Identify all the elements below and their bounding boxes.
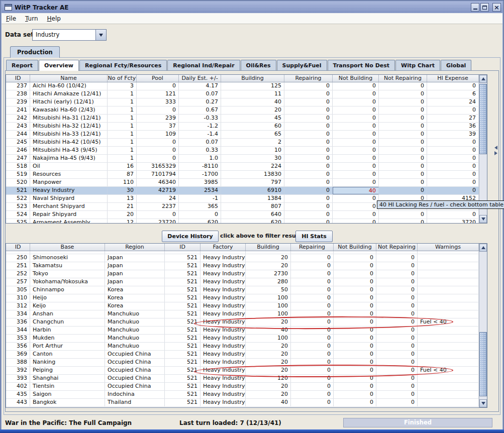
table-row[interactable]: 239Hitachi (early) (12/41)13330.27400002… [6, 98, 479, 106]
column-header[interactable]: Building [221, 75, 284, 82]
table-row[interactable]: 402TientsinOccupied China521Heavy Indust… [6, 383, 479, 391]
cell: 0 [291, 359, 334, 366]
column-header[interactable]: Name [30, 75, 108, 82]
column-header[interactable]: Not Building [333, 75, 379, 82]
scroll-thumb[interactable] [479, 84, 487, 154]
cell: Merchant Shipyard [30, 203, 108, 210]
table-row[interactable]: 251TakamatsuJapan521Heavy Industry20000 [6, 262, 479, 270]
scroll-thumb[interactable] [479, 332, 487, 396]
table-row[interactable]: 312KeijoKorea521Heavy Industry100000 [6, 302, 479, 310]
table-row[interactable]: 388NankingOccupied China521Heavy Industr… [6, 359, 479, 367]
tab-witp-chart[interactable]: Witp Chart [395, 60, 440, 70]
table-row[interactable]: 353MukdenManchukuo521Heavy Industry10000… [6, 335, 479, 343]
dataset-combobox[interactable]: Industry [32, 29, 107, 41]
table-row[interactable]: 336ChangchunManchukuo521Heavy Industry20… [6, 318, 479, 327]
tab-oil-res[interactable]: Oil&Res [241, 60, 276, 70]
menu-turn[interactable]: Turn [21, 14, 42, 23]
tab-production[interactable]: Production [10, 46, 60, 58]
table-row[interactable]: 252TokyoJapan521Heavy Industry2730000 [6, 270, 479, 278]
table-row[interactable]: 435SaigonIndochina521Heavy Industry20000 [6, 391, 479, 399]
table-row[interactable]: 392PeipingOccupied China521Heavy Industr… [6, 367, 479, 375]
column-header[interactable]: Not Repairing [376, 244, 418, 251]
dataset-dropdown-button[interactable] [95, 30, 106, 40]
maximize-button[interactable] [480, 3, 489, 12]
menu-help[interactable]: Help [43, 14, 65, 23]
table-row[interactable]: 521Heavy Industry30427192534691004000 [6, 187, 479, 195]
close-button[interactable]: × [492, 3, 501, 12]
column-header[interactable]: ID [6, 75, 30, 82]
table-row[interactable]: 257Yokohama/YokosukaJapan521Heavy Indust… [6, 278, 479, 286]
table-row[interactable]: 247Nakajima Ha-45 (9/43)101.0300000 [6, 155, 479, 163]
table-row[interactable]: 393ShanghaiOccupied China521Heavy Indust… [6, 375, 479, 383]
column-header[interactable]: Daily Est. +/- [179, 75, 221, 82]
table-row[interactable]: 525Armament Assembly12237206206200003720 [6, 219, 479, 223]
hi-stats-button[interactable]: HI Stats [295, 231, 333, 242]
table-row[interactable]: 519Resources877101794-1700138300000 [6, 171, 479, 179]
column-header[interactable]: Repairing [284, 75, 333, 82]
table-row[interactable]: 246Mitsubishi Ha-43 (9/45)100.33100000 [6, 147, 479, 155]
column-header[interactable]: ID [165, 244, 200, 251]
column-header[interactable]: Factory [200, 244, 246, 251]
table-row[interactable]: 244Mitsubishi Ha-33 (12/41)1109-1.465000… [6, 131, 479, 139]
table-row[interactable]: 250ShimonosekiJapan521Heavy Industry2000… [6, 254, 479, 262]
title-bar[interactable]: WitP Tracker AE × [2, 2, 502, 14]
scroll-track[interactable] [479, 83, 487, 215]
table-row[interactable]: 238Hitachi Amakaze (12/41)11210.07110006 [6, 90, 479, 98]
arrow-up-icon [481, 246, 485, 249]
column-header[interactable]: Pool [137, 75, 179, 82]
cell: 0 [284, 106, 333, 114]
bottom-table-scrollbar[interactable] [479, 244, 487, 407]
cell: 109 [137, 131, 179, 138]
table-row[interactable]: 369CantonOccupied China521Heavy Industry… [6, 351, 479, 359]
table-row[interactable]: 443BangkokThailand521Heavy Industry40000 [6, 399, 479, 407]
tab-global[interactable]: Global [441, 60, 471, 70]
cell [418, 278, 479, 286]
scroll-up-button[interactable] [479, 75, 487, 83]
minimize-button[interactable] [471, 3, 479, 12]
table-row[interactable]: 334AnshanManchukuo521Heavy Industry10000… [6, 310, 479, 318]
scroll-down-button[interactable] [479, 215, 487, 223]
split-divider-icons[interactable] [494, 146, 497, 155]
scroll-down-button[interactable] [479, 399, 487, 407]
tab-overview[interactable]: Overview [39, 60, 79, 71]
table-row[interactable]: 518Oil163165329-81102240000 [6, 163, 479, 171]
table-row[interactable]: 237Aichi Ha-60 (10/42)304.171250000 [6, 82, 479, 90]
tab-report[interactable]: Report [6, 60, 38, 70]
table-row[interactable]: 520Manpower1104634039857970000 [6, 179, 479, 187]
tab-regional-ind-repair[interactable]: Regional Ind/Repair [167, 60, 240, 70]
tab-supply-fuel[interactable]: Supply&Fuel [277, 60, 327, 70]
tab-transport-no-dest[interactable]: Transport No Dest [328, 60, 395, 70]
column-header[interactable]: Not Repairing [379, 75, 427, 82]
device-history-button[interactable]: Device History [162, 231, 219, 242]
menu-file[interactable]: File [2, 14, 21, 23]
cell: 21 [108, 203, 137, 210]
cell: Japan [105, 262, 165, 270]
table-row[interactable]: 524Repair Shipyard20006400000 [6, 211, 479, 219]
column-header[interactable]: Base [30, 244, 105, 251]
table-row[interactable]: 310HeijoKorea521Heavy Industry100000 [6, 294, 479, 302]
cell: Anshan [30, 310, 105, 318]
table-row[interactable]: 245Mitsubishi Ha-42 (10/45)100.0720000 [6, 139, 479, 147]
cell [376, 251, 418, 254]
table-row[interactable]: 241Kawasaki Ha-60 (2/43)100.67200000 [6, 106, 479, 115]
column-header[interactable]: HI Expense [427, 75, 479, 82]
table-row[interactable]: 242Mitsubishi Ha-31 (12/41)1239-0.334500… [6, 115, 479, 123]
column-header[interactable]: Repairing [291, 244, 334, 251]
column-header[interactable]: Warnings [418, 244, 479, 251]
column-header[interactable]: Region [105, 244, 165, 251]
scroll-track[interactable] [479, 252, 487, 399]
table-row[interactable]: 344HarbinManchukuo521Heavy Industry40000 [6, 327, 479, 335]
column-header[interactable]: Not Building [334, 244, 376, 251]
cell: 0 [333, 106, 379, 114]
column-header[interactable]: No of Fcty [108, 75, 137, 82]
scroll-up-button[interactable] [479, 244, 487, 252]
tab-regional-fcty-resources[interactable]: Regional Fcty/Resources [79, 60, 167, 70]
cell: 0 [291, 391, 334, 398]
column-header[interactable]: ID [6, 244, 30, 251]
cell: 0 [284, 147, 333, 154]
table-row[interactable]: 305ChinnampoKorea521Heavy Industry50000 [6, 286, 479, 294]
cell: -1.2 [179, 123, 221, 130]
column-header[interactable]: Building [246, 244, 291, 251]
table-row[interactable]: 356Port ArthurManchukuo521Heavy Industry… [6, 343, 479, 351]
table-row[interactable]: 243Mitsubishi Ha-32 (12/41)137-1.2600003… [6, 123, 479, 131]
